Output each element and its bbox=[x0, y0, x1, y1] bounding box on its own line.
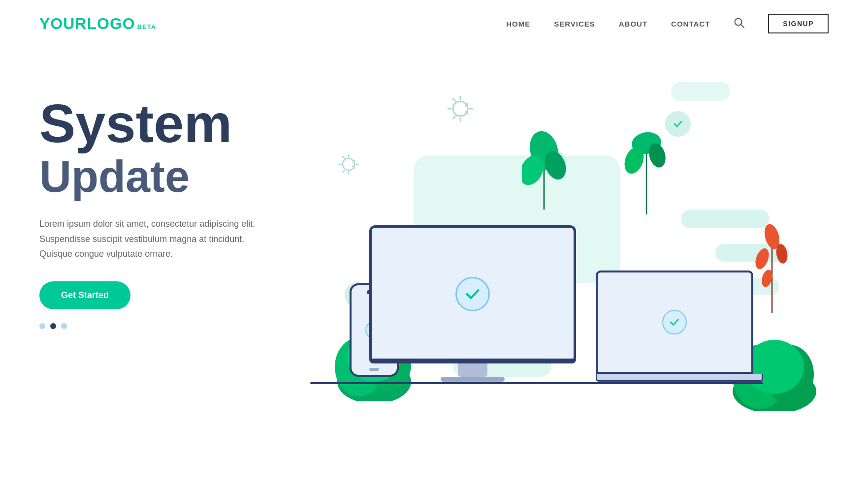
hero-desc-line2: Suspendisse suscipit vestibulum magna at… bbox=[39, 234, 244, 244]
get-started-button[interactable]: Get Started bbox=[39, 281, 130, 309]
hero-title-system: System bbox=[39, 96, 295, 151]
hero-desc-line1: Lorem ipsum dolor sit amet, consectetur … bbox=[39, 219, 255, 229]
nav-contact[interactable]: CONTACT bbox=[671, 20, 710, 28]
dot-3[interactable] bbox=[61, 323, 67, 329]
devices-group bbox=[320, 165, 763, 411]
monitor-stand bbox=[458, 363, 487, 377]
blob-1 bbox=[671, 82, 730, 101]
nav: HOME SERVICES ABOUT CONTACT SIGNUP bbox=[506, 14, 829, 33]
laptop-base bbox=[596, 374, 763, 382]
nav-home[interactable]: HOME bbox=[506, 20, 530, 28]
search-icon[interactable] bbox=[734, 17, 744, 30]
nav-services[interactable]: SERVICES bbox=[554, 20, 595, 28]
svg-line-1 bbox=[741, 25, 744, 28]
header: YOURLOGO BETA HOME SERVICES ABOUT CONTAC… bbox=[0, 0, 868, 47]
monitor-device bbox=[369, 225, 576, 382]
logo-text: YOURLOGO bbox=[39, 15, 135, 33]
signup-button[interactable]: SIGNUP bbox=[768, 14, 829, 33]
monitor-base bbox=[441, 377, 505, 382]
monitor-check-icon bbox=[455, 277, 490, 311]
hero-desc-line3: Quisque congue vulputate ornare. bbox=[39, 249, 173, 259]
monitor-bottom-line bbox=[369, 359, 576, 363]
hero-title-update: Update bbox=[39, 154, 295, 199]
laptop-screen bbox=[596, 271, 753, 374]
hero-description: Lorem ipsum dolor sit amet, consectetur … bbox=[39, 216, 276, 262]
laptop-device bbox=[596, 271, 763, 382]
hero-left: System Update Lorem ipsum dolor sit amet… bbox=[39, 67, 295, 329]
hero-section: System Update Lorem ipsum dolor sit amet… bbox=[0, 47, 868, 451]
dot-2[interactable] bbox=[50, 323, 56, 329]
monitor-screen bbox=[369, 225, 576, 363]
laptop-check-icon bbox=[662, 310, 687, 334]
carousel-dots bbox=[39, 323, 295, 329]
nav-about[interactable]: ABOUT bbox=[619, 20, 647, 28]
logo: YOURLOGO BETA bbox=[39, 15, 156, 33]
dot-1[interactable] bbox=[39, 323, 45, 329]
hero-illustration bbox=[295, 67, 829, 451]
logo-beta: BETA bbox=[137, 23, 156, 30]
ground-line bbox=[310, 382, 763, 384]
gear-icon-1 bbox=[443, 91, 478, 128]
